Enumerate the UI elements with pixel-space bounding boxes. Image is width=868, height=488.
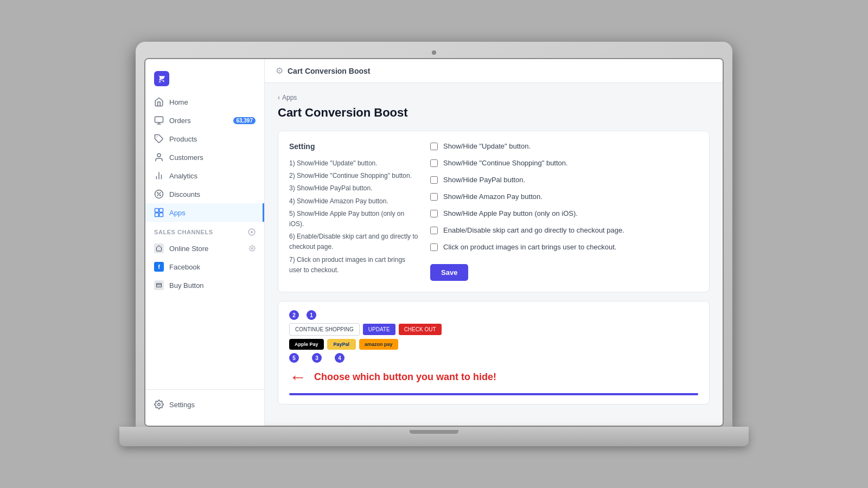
- setting-2: 2) Show/Hide "Continue Shopping" button.: [289, 171, 419, 181]
- checkbox-row-7: Click on product images in cart brings u…: [430, 243, 698, 251]
- laptop-screen: Home Orders 63,397 Products: [144, 58, 724, 427]
- svg-rect-15: [159, 213, 163, 217]
- buy-icon-svg: [156, 282, 162, 288]
- buy-button-label: Buy Button: [169, 281, 204, 290]
- svg-rect-12: [155, 209, 159, 213]
- settings-list: Setting 1) Show/Hide "Update" button. 2)…: [289, 142, 419, 281]
- setting-7: 7) Click on product images in cart bring…: [289, 255, 419, 275]
- home-icon: [154, 97, 164, 107]
- online-store-settings-icon[interactable]: [249, 245, 256, 252]
- sidebar-item-settings[interactable]: Settings: [145, 395, 264, 414]
- svg-rect-13: [159, 209, 163, 213]
- paypal-btn[interactable]: PayPal: [327, 339, 356, 350]
- checkbox-label-5: Show/Hide Apple Pay button (only on iOS)…: [443, 209, 578, 217]
- checkbox-row-6: Enable/Disable skip cart and go directly…: [430, 226, 698, 234]
- checkbox-7[interactable]: [430, 243, 438, 251]
- sidebar-item-products[interactable]: Products: [145, 130, 264, 148]
- app-logo: [154, 71, 169, 86]
- main-content: ⚙ Cart Conversion Boost ‹ Apps Cart Con: [265, 59, 723, 426]
- discounts-label: Discounts: [169, 190, 200, 198]
- svg-point-22: [158, 403, 161, 406]
- svg-point-11: [160, 195, 161, 196]
- checkbox-row-3: Show/Hide PayPal button.: [430, 176, 698, 184]
- laptop-notch: [410, 430, 458, 434]
- sidebar-item-apps[interactable]: Apps: [145, 203, 264, 222]
- checkbox-row-4: Show/Hide Amazon Pay button.: [430, 192, 698, 201]
- buy-button-icon: [154, 280, 164, 290]
- settings-card: Setting 1) Show/Hide "Update" button. 2)…: [278, 131, 710, 292]
- analytics-icon: [154, 171, 164, 181]
- sidebar-item-orders[interactable]: Orders 63,397: [145, 111, 264, 130]
- checkbox-label-6: Enable/Disable skip cart and go directly…: [443, 226, 624, 234]
- sidebar-item-home[interactable]: Home: [145, 93, 264, 111]
- store-icon: [154, 243, 164, 253]
- orders-badge: 63,397: [233, 117, 256, 124]
- customers-label: Customers: [169, 153, 203, 162]
- svg-point-10: [157, 192, 158, 194]
- setting-4: 4) Show/Hide Amazon Pay button.: [289, 196, 419, 207]
- checkbox-4[interactable]: [430, 193, 438, 201]
- breadcrumb-chevron: ‹: [278, 94, 280, 101]
- apps-icon: [154, 208, 164, 217]
- sidebar-item-customers[interactable]: Customers: [145, 148, 264, 166]
- checkout-btn[interactable]: CHECK OUT: [399, 324, 442, 335]
- badge-continue: 2: [289, 310, 299, 320]
- num-badge-4: 4: [335, 353, 344, 363]
- settings-label: Settings: [169, 401, 195, 409]
- online-store-label: Online Store: [169, 245, 208, 253]
- svg-point-4: [157, 153, 161, 157]
- sidebar-item-facebook[interactable]: f Facebook: [145, 258, 264, 276]
- discounts-icon: [154, 189, 164, 199]
- applepay-btn[interactable]: Apple Pay: [289, 339, 324, 350]
- red-arrow: ←: [289, 368, 307, 386]
- sidebar-item-online-store[interactable]: Online Store: [145, 239, 264, 258]
- logo-icon: [157, 74, 166, 83]
- amazonpay-btn[interactable]: amazon pay: [359, 339, 398, 350]
- num-badge-5: 5: [289, 353, 299, 363]
- svg-rect-0: [155, 117, 163, 123]
- laptop-camera: [432, 50, 436, 55]
- sidebar-item-discounts[interactable]: Discounts: [145, 185, 264, 203]
- sidebar-settings: Settings: [145, 389, 264, 419]
- settings-heading: Setting: [289, 142, 419, 151]
- facebook-label: Facebook: [169, 263, 200, 271]
- checkbox-6[interactable]: [430, 227, 438, 234]
- setting-3: 3) Show/Hide PayPal button.: [289, 183, 419, 194]
- breadcrumb-label: Apps: [282, 94, 297, 101]
- sidebar-item-buy-button[interactable]: Buy Button: [145, 276, 264, 294]
- checkbox-5[interactable]: [430, 210, 438, 217]
- save-button[interactable]: Save: [430, 264, 468, 281]
- checkbox-label-4: Show/Hide Amazon Pay button.: [443, 192, 542, 201]
- update-btn[interactable]: UPDATE: [363, 324, 395, 335]
- checkbox-2[interactable]: [430, 159, 438, 167]
- checkbox-row-5: Show/Hide Apple Pay button (only on iOS)…: [430, 209, 698, 217]
- checkboxes-col: Show/Hide "Update" button. Show/Hide "Co…: [430, 142, 698, 281]
- laptop-base: [119, 427, 749, 446]
- checkbox-row-1: Show/Hide "Update" button.: [430, 142, 698, 150]
- svg-point-19: [252, 248, 253, 249]
- page-content-area: ‹ Apps Cart Conversion Boost Setting 1: [265, 83, 723, 426]
- checkbox-3[interactable]: [430, 176, 438, 184]
- checkbox-1[interactable]: [430, 143, 438, 150]
- apps-label: Apps: [169, 209, 186, 217]
- checkbox-label-1: Show/Hide "Update" button.: [443, 142, 531, 150]
- cta-row: ← Choose which button you want to hide!: [289, 368, 698, 386]
- sidebar: Home Orders 63,397 Products: [145, 59, 265, 426]
- breadcrumb[interactable]: ‹ Apps: [278, 94, 710, 101]
- checkbox-label-3: Show/Hide PayPal button.: [443, 176, 525, 184]
- continue-shopping-btn[interactable]: CONTINUE SHOPPING: [289, 323, 360, 336]
- topbar-title: Cart Conversion Boost: [288, 67, 370, 75]
- setting-6: 6) Enable/Disable skip cart and go direc…: [289, 232, 419, 252]
- orders-icon: [154, 115, 164, 125]
- preview-area: 2 1 CONTINUE SHOPPING UPDATE CHECK OUT: [278, 301, 710, 404]
- channels-label: SALES CHANNELS: [154, 229, 213, 235]
- svg-rect-20: [156, 284, 161, 287]
- page-title: Cart Conversion Boost: [278, 106, 710, 120]
- facebook-icon: f: [154, 262, 164, 272]
- add-channel-icon[interactable]: [248, 228, 256, 236]
- setting-1: 1) Show/Hide "Update" button.: [289, 158, 419, 169]
- home-label: Home: [169, 98, 188, 106]
- sidebar-item-analytics[interactable]: Analytics: [145, 166, 264, 185]
- cta-text: Choose which button you want to hide!: [314, 371, 496, 383]
- setting-5: 5) Show/Hide Apple Pay button (only on i…: [289, 209, 419, 229]
